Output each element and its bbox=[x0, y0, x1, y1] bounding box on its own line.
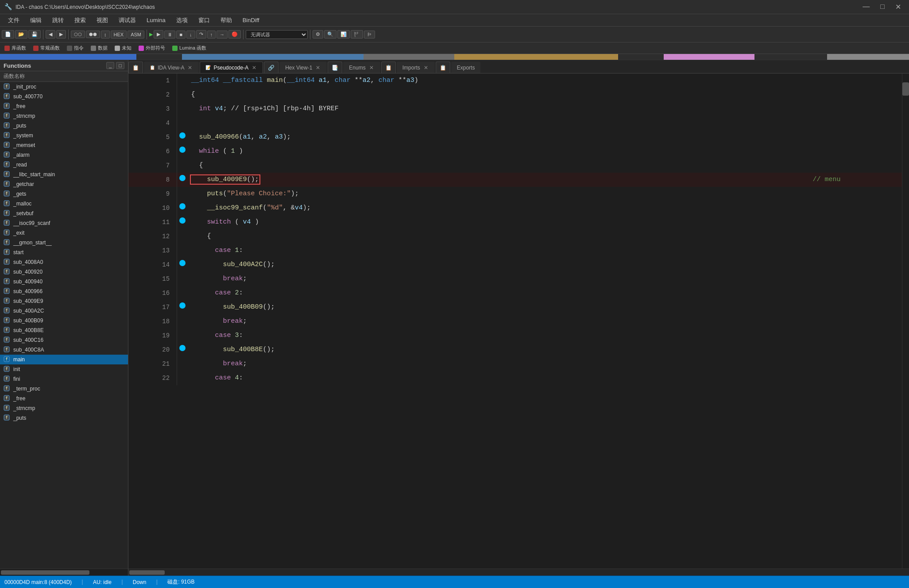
toolbar-hex[interactable]: HEX bbox=[111, 31, 127, 39]
function-item-main[interactable]: fmain bbox=[0, 355, 128, 364]
functions-list[interactable]: f_init_procfsub_400770f_freef_strncmpf_p… bbox=[0, 82, 128, 569]
function-item-_term_proc[interactable]: f_term_proc bbox=[0, 384, 128, 394]
code-row-3[interactable]: 3 int v4; // [rsp+1Ch] [rbp-4h] BYREF bbox=[128, 102, 902, 116]
code-scrollbar-h[interactable] bbox=[128, 569, 909, 576]
toolbar-step-out[interactable]: ↑ bbox=[207, 31, 216, 39]
function-item-_free[interactable]: f_free bbox=[0, 394, 128, 403]
nav-seg-2[interactable] bbox=[136, 54, 182, 60]
toolbar-nav3[interactable]: ↕ bbox=[101, 31, 110, 39]
function-item-sub_4009E9[interactable]: fsub_4009E9 bbox=[0, 296, 128, 306]
tab-pseudo-close[interactable]: ✕ bbox=[251, 64, 257, 71]
code-row-5[interactable]: 5 sub_400966(a1, a2, a3); bbox=[128, 130, 902, 144]
breakpoint-col-20[interactable] bbox=[177, 343, 188, 357]
function-item-sub_400966[interactable]: fsub_400966 bbox=[0, 286, 128, 296]
function-item-_malloc[interactable]: f_malloc bbox=[0, 199, 128, 209]
breakpoint-col-5[interactable] bbox=[177, 130, 188, 144]
nav-seg-8[interactable] bbox=[754, 54, 827, 60]
menu-options[interactable]: 选项 bbox=[172, 15, 192, 25]
functions-maximize[interactable]: □ bbox=[116, 62, 124, 69]
toolbar-stop[interactable]: ■ bbox=[176, 31, 186, 39]
tab-imports[interactable]: Imports ✕ bbox=[397, 62, 435, 73]
tab-icon-mid3[interactable]: 📋 bbox=[381, 62, 396, 73]
function-item-_setvbuf[interactable]: f_setvbuf bbox=[0, 209, 128, 218]
function-item-_free[interactable]: f_free bbox=[0, 101, 128, 111]
tab-enums-close[interactable]: ✕ bbox=[368, 64, 375, 71]
function-item-__libc_start_main[interactable]: f__libc_start_main bbox=[0, 170, 128, 179]
breakpoint-col-7[interactable] bbox=[177, 159, 188, 173]
menu-edit[interactable]: 编辑 bbox=[26, 15, 46, 25]
function-item-sub_400C8A[interactable]: fsub_400C8A bbox=[0, 345, 128, 355]
tab-exports[interactable]: Exports bbox=[451, 62, 481, 73]
code-row-20[interactable]: 20 sub_400B8E(); bbox=[128, 343, 902, 357]
toolbar-save[interactable]: 💾 bbox=[28, 30, 41, 39]
code-row-18[interactable]: 18 break; bbox=[128, 314, 902, 329]
functions-minimize[interactable]: _ bbox=[106, 62, 114, 69]
breakpoint-col-18[interactable] bbox=[177, 314, 188, 329]
breakpoint-col-11[interactable] bbox=[177, 215, 188, 229]
toolbar-misc5[interactable]: 🏳 bbox=[364, 31, 375, 39]
breakpoint-col-16[interactable] bbox=[177, 286, 188, 300]
tab-imports-close[interactable]: ✕ bbox=[423, 64, 429, 71]
toolbar-step-over[interactable]: ↷ bbox=[196, 30, 206, 39]
function-item-fini[interactable]: ffini bbox=[0, 374, 128, 384]
toolbar-breakpoint[interactable]: 🔴 bbox=[228, 30, 241, 39]
toolbar-back[interactable]: ◀ bbox=[46, 30, 55, 39]
breakpoint-col-13[interactable] bbox=[177, 244, 188, 258]
function-item-__gmon_start__[interactable]: f__gmon_start__ bbox=[0, 238, 128, 248]
menu-view[interactable]: 视图 bbox=[92, 15, 112, 25]
breakpoint-col-10[interactable] bbox=[177, 201, 188, 215]
function-item-sub_400920[interactable]: fsub_400920 bbox=[0, 267, 128, 277]
nav-seg-7[interactable] bbox=[664, 54, 754, 60]
breakpoint-col-6[interactable] bbox=[177, 144, 188, 159]
tab-ida-view[interactable]: 📋 IDA View-A ✕ bbox=[144, 62, 199, 73]
function-item-_puts[interactable]: f_puts bbox=[0, 413, 128, 423]
tab-icon-mid[interactable]: 🔗 bbox=[264, 62, 279, 73]
tab-hex-view[interactable]: Hex View-1 ✕ bbox=[279, 62, 327, 73]
function-item-sub_400B8E[interactable]: fsub_400B8E bbox=[0, 325, 128, 335]
code-row-11[interactable]: 11 switch ( v4 ) bbox=[128, 215, 902, 229]
function-item-_alarm[interactable]: f_alarm bbox=[0, 150, 128, 160]
code-row-2[interactable]: 2{ bbox=[128, 88, 902, 102]
tab-icon-left[interactable]: 📋 bbox=[128, 62, 143, 73]
nav-seg-9[interactable] bbox=[827, 54, 909, 60]
breakpoint-col-22[interactable] bbox=[177, 371, 188, 385]
tab-icon-mid2[interactable]: 📑 bbox=[328, 62, 342, 73]
code-scrollbar-v[interactable] bbox=[902, 74, 909, 569]
menu-lumina[interactable]: Lumina bbox=[142, 16, 170, 24]
tab-pseudocode[interactable]: 📝 Pseudocode-A ✕ bbox=[200, 62, 263, 73]
breakpoint-col-2[interactable] bbox=[177, 88, 188, 102]
minimize-button[interactable]: — bbox=[859, 3, 873, 11]
function-item-sub_400940[interactable]: fsub_400940 bbox=[0, 277, 128, 286]
code-row-21[interactable]: 21 break; bbox=[128, 357, 902, 371]
menu-jump[interactable]: 跳转 bbox=[48, 15, 68, 25]
code-row-12[interactable]: 12 { bbox=[128, 229, 902, 244]
toolbar-step-into[interactable]: ↓ bbox=[186, 31, 195, 39]
function-item-init[interactable]: finit bbox=[0, 364, 128, 374]
breakpoint-col-9[interactable] bbox=[177, 187, 188, 201]
code-row-15[interactable]: 15 break; bbox=[128, 272, 902, 286]
toolbar-nav2[interactable]: ⬢⬢ bbox=[86, 31, 100, 38]
toolbar-pause[interactable]: ⏸ bbox=[164, 31, 175, 39]
breakpoint-col-1[interactable] bbox=[177, 74, 188, 88]
breakpoint-col-8[interactable] bbox=[177, 173, 188, 187]
menu-window[interactable]: 窗口 bbox=[194, 15, 214, 25]
nav-seg-1[interactable] bbox=[0, 54, 136, 60]
code-row-13[interactable]: 13 case 1: bbox=[128, 244, 902, 258]
code-row-19[interactable]: 19 case 3: bbox=[128, 329, 902, 343]
tab-hex-close[interactable]: ✕ bbox=[315, 64, 321, 71]
toolbar-run-until[interactable]: → bbox=[217, 31, 228, 39]
breakpoint-col-14[interactable] bbox=[177, 258, 188, 272]
tab-icon-mid4[interactable]: 📋 bbox=[436, 62, 450, 73]
toolbar-misc4[interactable]: 🏴 bbox=[351, 30, 363, 39]
function-item-sub_400B09[interactable]: fsub_400B09 bbox=[0, 316, 128, 325]
menu-search[interactable]: 搜索 bbox=[70, 15, 90, 25]
function-item-_system[interactable]: f_system bbox=[0, 131, 128, 140]
breakpoint-col-12[interactable] bbox=[177, 229, 188, 244]
menu-bindiff[interactable]: BinDiff bbox=[238, 16, 264, 24]
code-row-6[interactable]: 6 while ( 1 ) bbox=[128, 144, 902, 159]
function-item-sub_400770[interactable]: fsub_400770 bbox=[0, 92, 128, 101]
function-item-start[interactable]: fstart bbox=[0, 248, 128, 257]
code-area[interactable]: 1__int64 __fastcall main(__int64 a1, cha… bbox=[128, 74, 902, 569]
toolbar-open[interactable]: 📂 bbox=[15, 30, 27, 39]
function-item-sub_400C16[interactable]: fsub_400C16 bbox=[0, 335, 128, 345]
